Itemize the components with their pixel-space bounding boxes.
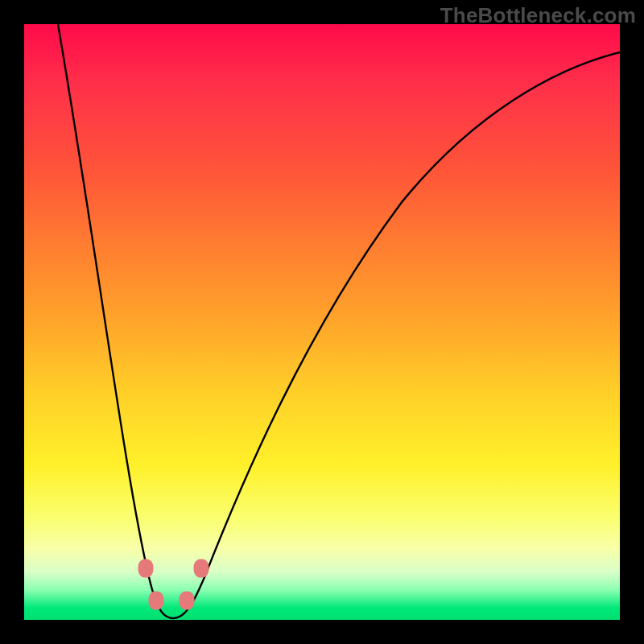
bottleneck-curve xyxy=(24,24,620,620)
marker-dot xyxy=(194,559,209,578)
chart-stage: TheBottleneck.com xyxy=(0,0,644,644)
plot-area xyxy=(24,24,620,620)
marker-dot xyxy=(180,592,195,610)
marker-dot xyxy=(138,559,154,578)
marker-dot xyxy=(149,592,164,610)
